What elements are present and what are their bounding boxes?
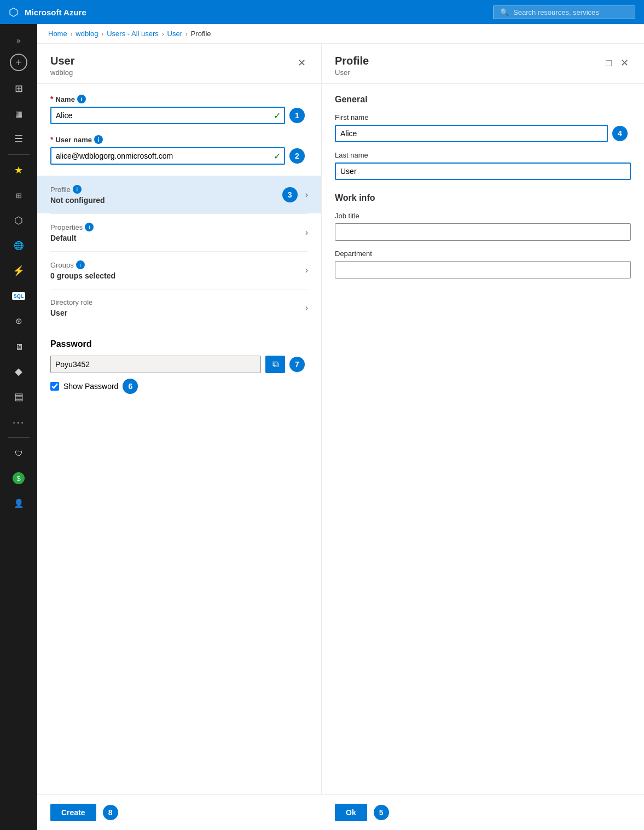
directory-role-row-left: Directory role User [50, 298, 92, 317]
sidebar-item-monitor[interactable]: 🖥 [5, 334, 32, 358]
username-info-icon[interactable]: i [94, 135, 103, 144]
bottom-user-bar: Create 8 [37, 794, 322, 830]
ok-button[interactable]: Ok [335, 804, 367, 821]
profile-close-button[interactable]: ✕ [618, 55, 631, 71]
work-info-section-title: Work info [335, 193, 631, 203]
department-input[interactable] [335, 261, 631, 278]
grid-icon: ▦ [15, 109, 22, 118]
profile-row[interactable]: Profile i Not configured 3 › [37, 176, 321, 213]
properties-label-text: Properties [50, 223, 83, 231]
last-name-label: Last name [335, 151, 631, 159]
top-bar: ⬡ Microsoft Azure 🔍 [0, 0, 644, 24]
copy-password-button[interactable]: ⧉ [265, 356, 285, 373]
sidebar-item-globe[interactable]: 🌐 [5, 234, 32, 258]
sidebar-item-layers[interactable]: ▤ [5, 385, 32, 409]
dollar-icon: $ [13, 472, 25, 484]
show-password-checkbox[interactable] [50, 382, 59, 391]
search-icon: 🔍 [500, 8, 509, 16]
password-input[interactable] [50, 356, 261, 373]
bottom-panels: Create 8 Ok 5 [37, 794, 644, 830]
step-8-badge: 8 [103, 805, 118, 820]
directory-role-label-text: Directory role [50, 298, 92, 306]
username-form-group: * User name i ✓ 2 [50, 135, 308, 165]
groups-label: Groups i [50, 260, 115, 269]
step-1-badge: 1 [289, 108, 305, 123]
username-label-text: User name [55, 136, 91, 144]
sidebar-item-diamond[interactable]: ◆ [5, 359, 32, 384]
step-6-badge: 6 [123, 379, 138, 394]
breadcrumb-wdblog[interactable]: wdblog [76, 30, 98, 38]
breadcrumb-home[interactable]: Home [48, 30, 67, 38]
show-password-row: Show Password 6 [50, 379, 308, 394]
groups-chevron-icon: › [305, 265, 308, 275]
properties-label: Properties i [50, 223, 94, 231]
sidebar-item-all-resources[interactable]: ▦ [5, 102, 32, 126]
sidebar-item-resource-groups[interactable]: ☰ [5, 127, 32, 151]
name-info-icon[interactable]: i [77, 95, 86, 103]
sidebar-item-sql[interactable]: SQL [5, 284, 32, 308]
breadcrumb-users[interactable]: Users - All users [107, 30, 159, 38]
breadcrumb-user[interactable]: User [167, 30, 182, 38]
search-bar[interactable]: 🔍 [493, 5, 635, 19]
directory-role-label: Directory role [50, 298, 92, 306]
sidebar-item-shield[interactable]: 🛡 [5, 441, 32, 465]
diamond-icon: ◆ [15, 365, 22, 378]
sidebar-item-more[interactable]: ··· [5, 410, 32, 434]
app-title: Microsoft Azure [25, 8, 86, 17]
breadcrumb-profile: Profile [191, 30, 211, 38]
username-input-wrapper: ✓ 2 [50, 147, 308, 165]
sidebar-add-button[interactable]: + [10, 54, 27, 71]
user-panel-close-button[interactable]: ✕ [295, 55, 308, 71]
breadcrumb-sep-3: › [162, 31, 164, 37]
properties-row[interactable]: Properties i Default › [50, 213, 308, 251]
content-area: Home › wdblog › Users - All users › User… [37, 24, 644, 830]
sidebar-item-cost[interactable]: $ [5, 466, 32, 490]
groups-value: 0 groups selected [50, 271, 115, 280]
user-panel-body: * Name i ✓ 1 [37, 84, 321, 794]
directory-role-row[interactable]: Directory role User › [50, 289, 308, 326]
apps-icon: ⊞ [16, 191, 22, 200]
properties-chevron-icon: › [305, 228, 308, 237]
show-password-label[interactable]: Show Password [63, 382, 118, 391]
groups-info-icon[interactable]: i [76, 260, 85, 269]
department-label: Department [335, 249, 631, 258]
sidebar-item-favorites[interactable]: ★ [5, 158, 32, 182]
search-input[interactable] [513, 8, 628, 16]
job-title-input[interactable] [335, 223, 631, 241]
sidebar-item-apps[interactable]: ⊞ [5, 183, 32, 207]
username-input-flex: ✓ [50, 147, 285, 165]
monitor-icon: 🖥 [15, 342, 23, 351]
username-check-icon: ✓ [274, 151, 281, 161]
properties-info-icon[interactable]: i [85, 223, 94, 231]
last-name-field: Last name [335, 151, 631, 180]
profile-panel-subtitle: User [335, 68, 369, 77]
first-name-input[interactable] [335, 125, 608, 142]
step-4-badge: 4 [612, 126, 628, 141]
sidebar-item-expand[interactable]: » [5, 28, 32, 53]
panels-container: User wdblog ✕ * Name i [37, 44, 644, 794]
breadcrumb-sep-2: › [102, 31, 104, 37]
profile-value: Not configured [50, 196, 105, 205]
profile-maximize-button[interactable]: □ [604, 55, 614, 71]
profile-info-icon[interactable]: i [73, 185, 82, 194]
last-name-input[interactable] [335, 162, 631, 180]
name-input-flex: ✓ [50, 107, 285, 124]
groups-row[interactable]: Groups i 0 groups selected › [50, 251, 308, 289]
username-input[interactable] [50, 147, 285, 165]
step-2-badge: 2 [289, 148, 305, 164]
create-button[interactable]: Create [50, 804, 96, 821]
sidebar-item-dashboard[interactable]: ⊞ [5, 77, 32, 101]
properties-row-left: Properties i Default [50, 223, 94, 242]
directory-role-value: User [50, 309, 92, 317]
job-title-label: Job title [335, 212, 631, 220]
name-input[interactable] [50, 107, 285, 124]
first-name-field: First name 4 [335, 113, 631, 142]
user-panel-subtitle: wdblog [50, 68, 74, 77]
dots-icon: ··· [13, 416, 25, 428]
sidebar-item-person[interactable]: 👤 [5, 491, 32, 515]
sidebar-item-orbit[interactable]: ⊛ [5, 309, 32, 333]
breadcrumb: Home › wdblog › Users - All users › User… [37, 24, 644, 44]
sidebar-item-box[interactable]: ⬡ [5, 208, 32, 233]
profile-label: Profile i [50, 185, 105, 194]
sidebar-item-bolt[interactable]: ⚡ [5, 259, 32, 283]
